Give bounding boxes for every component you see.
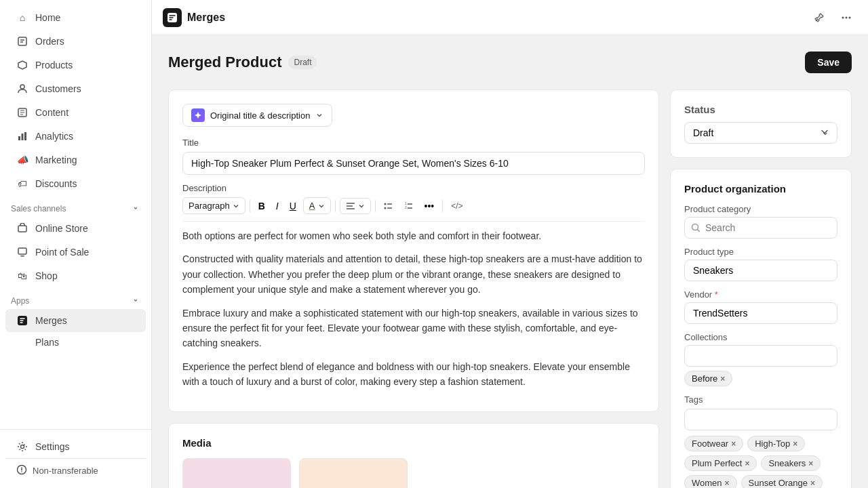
italic-button[interactable]: I <box>272 198 283 214</box>
bullet-list-button[interactable] <box>380 199 397 214</box>
page-title: Merged Product <box>168 54 281 71</box>
page-title-row: Merged Product Draft <box>168 54 317 71</box>
sidebar-item-point-of-sale[interactable]: Point of Sale <box>5 241 146 264</box>
tags-field: Tags Footwear × High-Top × <box>684 394 837 488</box>
sidebar-bottom: Settings Non-transferable <box>0 429 151 488</box>
topbar: Merges <box>152 0 868 35</box>
product-details-card: Original title & description Title Descr… <box>168 89 659 412</box>
tag-footwear-remove[interactable]: × <box>731 439 736 449</box>
settings-icon <box>16 441 28 453</box>
sidebar-item-merges[interactable]: Merges <box>5 309 146 332</box>
sidebar-item-marketing[interactable]: 📣 Marketing <box>5 148 146 171</box>
right-column: Status Draft Active Product organization <box>670 89 852 488</box>
sidebar-item-shop[interactable]: 🛍 Shop <box>5 264 146 287</box>
svg-line-44 <box>698 230 700 232</box>
tag-sneakers-remove[interactable]: × <box>808 459 813 468</box>
title-input[interactable] <box>182 152 645 175</box>
align-select[interactable] <box>340 198 371 214</box>
organization-title: Product organization <box>684 183 837 195</box>
before-tag-remove[interactable]: × <box>720 374 725 384</box>
editor-toolbar: Paragraph B I U A <box>182 197 645 222</box>
content-area: Merged Product Draft Save Original title <box>152 35 868 488</box>
main-layout: Original title & description Title Descr… <box>168 89 852 488</box>
type-label: Product type <box>684 247 837 257</box>
more-toolbar-button[interactable]: ••• <box>420 198 439 214</box>
title-label: Title <box>182 138 645 148</box>
sidebar-item-home[interactable]: ⌂ Home <box>5 6 146 29</box>
ai-dropdown[interactable]: Original title & description <box>182 104 332 127</box>
collections-tags: Before × <box>684 371 837 386</box>
tag-footwear: Footwear × <box>684 436 743 451</box>
sidebar-item-customers[interactable]: Customers <box>5 77 146 100</box>
code-button[interactable]: </> <box>447 199 467 214</box>
paragraph-select[interactable]: Paragraph <box>182 197 245 214</box>
svg-rect-9 <box>22 134 24 140</box>
non-transferable-item[interactable]: Non-transferable <box>5 458 146 483</box>
sidebar-item-discounts[interactable]: 🏷 Discounts <box>5 172 146 195</box>
sidebar-item-orders[interactable]: Orders <box>5 30 146 53</box>
status-label: Status <box>684 104 837 115</box>
sidebar-item-online-store[interactable]: Online Store <box>5 217 146 240</box>
products-icon <box>16 59 28 71</box>
tag-sunset-orange-remove[interactable]: × <box>810 479 815 488</box>
media-card: Media <box>168 423 659 488</box>
shop-icon: 🛍 <box>16 270 28 282</box>
tags-input[interactable] <box>684 409 837 430</box>
underline-button[interactable]: U <box>285 198 300 214</box>
sidebar-item-products[interactable]: Products <box>5 54 146 77</box>
sidebar: ⌂ Home Orders Products Customers Conte <box>0 0 152 488</box>
bold-button[interactable]: B <box>254 198 269 214</box>
tag-high-top-remove[interactable]: × <box>793 439 797 449</box>
discounts-icon: 🏷 <box>16 178 28 190</box>
status-select[interactable]: Draft Active <box>684 122 837 144</box>
svg-point-22 <box>846 16 848 18</box>
category-label: Product category <box>684 204 837 214</box>
status-select-wrap: Draft Active <box>684 122 837 144</box>
text-color-select[interactable]: A <box>303 197 331 214</box>
analytics-icon <box>16 130 28 142</box>
media-grid <box>182 458 645 488</box>
pin-button[interactable] <box>808 7 830 28</box>
description-label: Description <box>182 183 645 193</box>
main-content: Merges Merged Product Draft Save <box>152 0 868 488</box>
organization-card: Product organization Product category Pr… <box>670 169 852 488</box>
customers-icon <box>16 83 28 95</box>
tags-list: Footwear × High-Top × Plum Perfect × <box>684 436 837 488</box>
ai-dropdown-row: Original title & description <box>182 104 645 127</box>
save-button[interactable]: Save <box>805 52 852 73</box>
tag-plum-perfect: Plum Perfect × <box>684 455 757 471</box>
description-field: Description Paragraph B I U <box>182 183 645 398</box>
toolbar-divider-1 <box>250 200 250 212</box>
number-list-button[interactable]: 1.2. <box>400 199 418 214</box>
collections-label: Collections <box>684 332 837 342</box>
svg-text:2.: 2. <box>405 205 408 209</box>
toolbar-divider-2 <box>335 200 336 212</box>
tag-high-top: High-Top × <box>747 436 805 451</box>
vendor-input[interactable] <box>684 302 837 324</box>
svg-rect-13 <box>20 256 24 257</box>
status-card: Status Draft Active <box>670 89 852 158</box>
svg-point-23 <box>849 16 851 18</box>
sidebar-item-analytics[interactable]: Analytics <box>5 125 146 148</box>
sidebar-item-plans[interactable]: Plans <box>5 333 146 352</box>
app-logo <box>163 8 182 27</box>
svg-point-29 <box>384 207 386 209</box>
sidebar-item-settings[interactable]: Settings <box>5 435 146 458</box>
description-text[interactable]: Both options are perfect for women who s… <box>182 228 645 398</box>
vendor-label: Vendor * <box>684 289 837 300</box>
type-input[interactable] <box>684 260 837 281</box>
tag-plum-perfect-remove[interactable]: × <box>745 459 749 468</box>
tag-women-remove[interactable]: × <box>725 479 730 488</box>
sales-channels-section: Sales channels <box>0 196 151 216</box>
point-of-sale-icon <box>16 246 28 258</box>
sidebar-item-content[interactable]: Content <box>5 101 146 124</box>
home-icon: ⌂ <box>16 12 28 24</box>
topbar-title: Merges <box>187 12 225 24</box>
page-header: Merged Product Draft Save <box>168 52 852 73</box>
sidebar-nav: ⌂ Home Orders Products Customers Conte <box>0 0 151 429</box>
more-button[interactable] <box>835 7 857 28</box>
collections-input[interactable] <box>684 345 837 367</box>
orders-icon <box>16 35 28 47</box>
category-input[interactable] <box>684 217 837 239</box>
tags-label: Tags <box>684 394 837 405</box>
